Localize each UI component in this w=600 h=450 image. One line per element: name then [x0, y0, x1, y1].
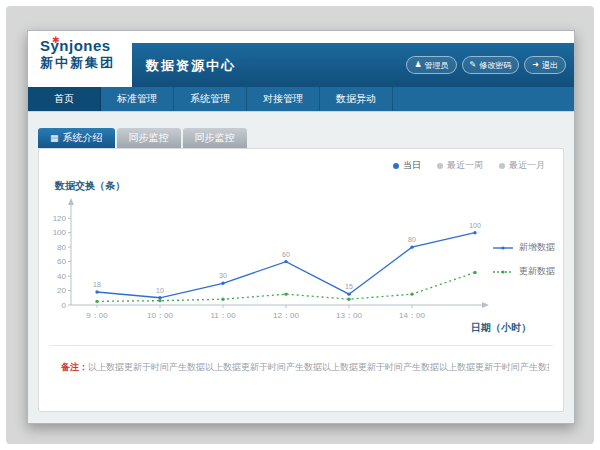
filter-dot-icon: [437, 163, 443, 169]
tab-sync-monitor-2[interactable]: 同步监控: [183, 128, 247, 148]
svg-text:80: 80: [57, 243, 66, 252]
svg-text:9：00: 9：00: [86, 311, 108, 320]
filter-last-week[interactable]: 最近一周: [437, 159, 483, 172]
logout-icon: ➜: [532, 61, 539, 69]
svg-text:12：00: 12：00: [273, 311, 299, 320]
header-bar: ✱ Synjones 新中新集团 数据资源中心 ♟ 管理员 ✎ 修改密码 ➜ 退…: [28, 43, 574, 87]
svg-text:60: 60: [282, 251, 290, 258]
legend-line-sample-icon: [492, 244, 514, 252]
footnote-text: 以上数据更新于时间产生数据以上数据更新于时间产生数据以上数据更新于时间产生数据以…: [88, 362, 549, 372]
legend-new-data[interactable]: 新增数据: [492, 241, 555, 254]
svg-text:100: 100: [53, 228, 67, 237]
chart-panel: 当日 最近一周 最近一月 数据交换（条） 0204060801001209：00…: [38, 148, 564, 412]
svg-text:10: 10: [156, 287, 164, 294]
svg-text:30: 30: [219, 272, 227, 279]
change-password-button[interactable]: ✎ 修改密码: [462, 56, 520, 74]
x-axis-title: 日期（小时）: [471, 321, 531, 335]
svg-text:100: 100: [469, 222, 481, 229]
logo: ✱ Synjones 新中新集团: [28, 31, 132, 87]
legend-update-data[interactable]: 更新数据: [492, 265, 555, 278]
svg-text:0: 0: [62, 301, 67, 310]
svg-text:120: 120: [53, 214, 67, 223]
tab-label: 同步监控: [129, 128, 169, 148]
nav-item-home[interactable]: 首页: [28, 87, 101, 111]
svg-text:15: 15: [345, 283, 353, 290]
legend-line-sample-icon: [492, 268, 514, 276]
nav-item-standard-mgmt[interactable]: 标准管理: [101, 87, 174, 111]
series-legend: 新增数据 更新数据: [492, 241, 555, 289]
svg-text:20: 20: [57, 286, 66, 295]
logo-text-cn: 新中新集团: [40, 54, 132, 72]
app-window: ✱ Synjones 新中新集团 数据资源中心 ♟ 管理员 ✎ 修改密码 ➜ 退…: [27, 30, 575, 424]
y-axis-title: 数据交换（条）: [55, 179, 125, 193]
nav-item-data-change[interactable]: 数据异动: [320, 87, 393, 111]
line-chart: 0204060801001209：0010：0011：0012：0013：001…: [51, 197, 491, 327]
filter-dot-icon: [393, 163, 399, 169]
tab-sync-monitor-1[interactable]: 同步监控: [117, 128, 181, 148]
svg-text:14：00: 14：00: [399, 311, 425, 320]
footnote: 备注：以上数据更新于时间产生数据以上数据更新于时间产生数据以上数据更新于时间产生…: [61, 361, 549, 374]
filter-dot-icon: [499, 163, 505, 169]
tab-label: 同步监控: [195, 128, 235, 148]
app-title: 数据资源中心: [146, 57, 236, 75]
admin-button[interactable]: ♟ 管理员: [406, 56, 456, 74]
filter-label: 最近一月: [509, 159, 545, 172]
footnote-label: 备注：: [61, 362, 88, 372]
logo-flower-icon: ✱: [52, 32, 60, 48]
tab-bar: ▦ 系统介绍 同步监控 同步监控: [38, 128, 247, 148]
tab-label: 系统介绍: [63, 128, 103, 148]
filter-label: 当日: [403, 159, 421, 172]
svg-text:13：00: 13：00: [336, 311, 362, 320]
desktop-background: ✱ Synjones 新中新集团 数据资源中心 ♟ 管理员 ✎ 修改密码 ➜ 退…: [6, 6, 594, 444]
svg-text:80: 80: [408, 236, 416, 243]
admin-button-label: 管理员: [425, 60, 449, 71]
change-password-label: 修改密码: [479, 60, 511, 71]
tab-system-intro[interactable]: ▦ 系统介绍: [38, 128, 115, 148]
main-nav: 首页 标准管理 系统管理 对接管理 数据异动: [28, 87, 574, 111]
time-range-filters: 当日 最近一周 最近一月: [393, 159, 545, 172]
svg-text:10：00: 10：00: [147, 311, 173, 320]
logout-button-label: 退出: [542, 60, 558, 71]
nav-item-system-mgmt[interactable]: 系统管理: [174, 87, 247, 111]
edit-password-icon: ✎: [470, 61, 477, 69]
nav-item-interface-mgmt[interactable]: 对接管理: [247, 87, 320, 111]
filter-label: 最近一周: [447, 159, 483, 172]
filter-today[interactable]: 当日: [393, 159, 421, 172]
logout-button[interactable]: ➜ 退出: [524, 56, 566, 74]
panel-divider: [49, 345, 553, 346]
legend-label: 更新数据: [519, 265, 555, 278]
content-area: ▦ 系统介绍 同步监控 同步监控 当日: [28, 111, 574, 423]
svg-text:18: 18: [93, 281, 101, 288]
user-icon: ♟: [414, 61, 421, 69]
svg-text:40: 40: [57, 272, 66, 281]
grid-icon: ▦: [50, 134, 59, 143]
svg-text:11：00: 11：00: [210, 311, 236, 320]
logo-text-en: ✱ Synjones: [40, 38, 132, 54]
legend-label: 新增数据: [519, 241, 555, 254]
filter-last-month[interactable]: 最近一月: [499, 159, 545, 172]
header-actions: ♟ 管理员 ✎ 修改密码 ➜ 退出: [406, 56, 566, 74]
svg-text:60: 60: [57, 257, 66, 266]
